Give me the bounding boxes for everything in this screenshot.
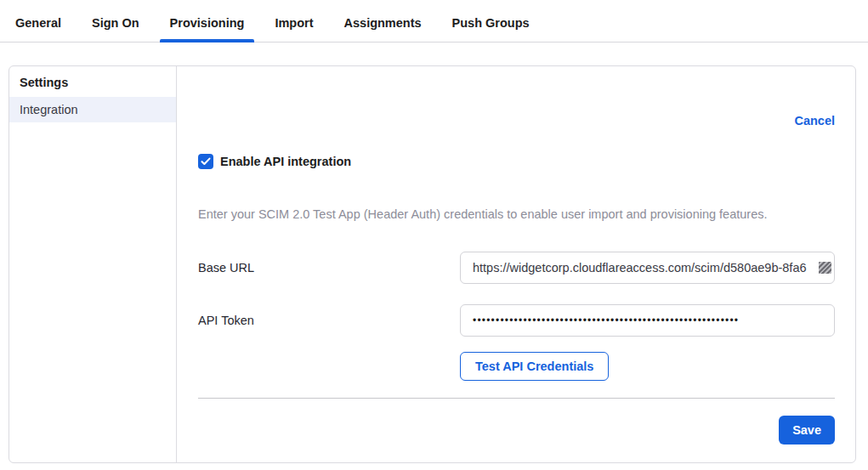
provisioning-panel: Settings Integration Cancel Enable API i… [9,65,856,463]
base-url-label: Base URL [198,261,460,275]
tab-provisioning[interactable]: Provisioning [160,16,255,42]
sidebar-header-settings: Settings [9,66,176,97]
base-url-row: Base URL [198,252,835,284]
checkmark-icon [201,157,211,166]
test-credentials-row: Test API Credentials [460,352,835,381]
resize-grip-icon[interactable] [819,262,831,274]
credentials-description: Enter your SCIM 2.0 Test App (Header Aut… [198,207,835,221]
api-token-input[interactable] [460,304,835,337]
settings-sidebar: Settings Integration [9,66,177,462]
enable-api-integration-label: Enable API integration [220,155,351,168]
sidebar-item-integration[interactable]: Integration [9,97,176,122]
save-button[interactable]: Save [779,416,835,445]
app-tab-bar: General Sign On Provisioning Import Assi… [0,0,868,42]
api-token-label: API Token [198,314,460,327]
form-divider [198,398,835,399]
enable-api-integration-row: Enable API integration [198,154,835,169]
cancel-link[interactable]: Cancel [794,114,835,127]
enable-api-integration-checkbox[interactable] [198,154,213,169]
integration-settings-form: Cancel Enable API integration Enter your… [177,66,855,462]
cancel-row: Cancel [198,114,835,127]
tab-assignments[interactable]: Assignments [334,16,432,42]
base-url-input[interactable] [460,252,835,284]
api-token-input-wrap [460,304,835,337]
api-token-row: API Token [198,304,835,337]
tab-push-groups[interactable]: Push Groups [442,16,540,42]
save-row: Save [198,416,835,445]
test-api-credentials-button[interactable]: Test API Credentials [460,352,609,381]
tab-import[interactable]: Import [264,16,323,42]
tab-general[interactable]: General [5,16,71,42]
tab-sign-on[interactable]: Sign On [82,16,150,42]
base-url-input-wrap [460,252,835,284]
